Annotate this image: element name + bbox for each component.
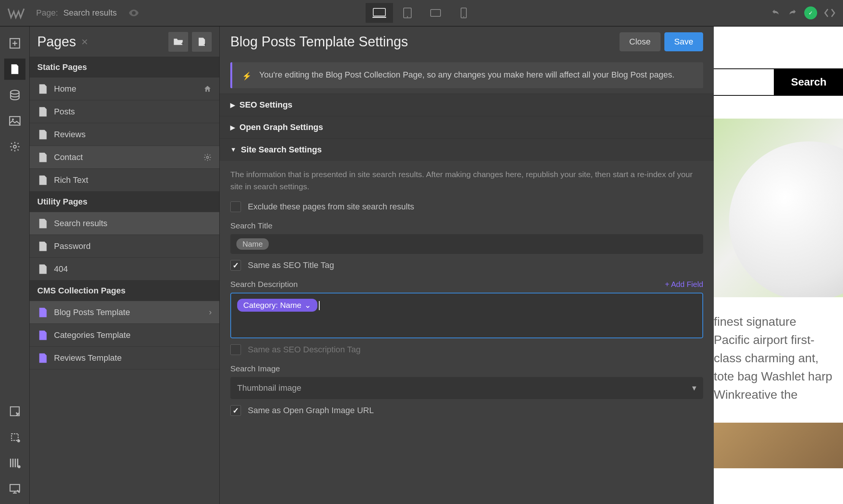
site-search-toggle[interactable]: ▼Site Search Settings <box>220 138 714 161</box>
same-seo-title-label: Same as SEO Title Tag <box>248 260 334 270</box>
add-element-button[interactable] <box>4 33 25 54</box>
page-icon <box>39 218 47 229</box>
svg-point-6 <box>463 16 464 17</box>
canvas-preview: Search finest signature Pacific airport … <box>714 27 843 504</box>
search-image-select[interactable]: Thumbnail image ▾ <box>230 377 703 399</box>
new-folder-button[interactable]: + <box>168 32 188 52</box>
audit-button[interactable] <box>4 452 25 474</box>
preview-eye-button[interactable] <box>128 7 139 19</box>
svg-point-14 <box>17 439 20 442</box>
page-icon <box>39 152 47 163</box>
guides-button[interactable] <box>4 426 25 448</box>
tablet-device-button[interactable] <box>394 3 421 23</box>
page-item-richtext[interactable]: Rich Text <box>30 169 219 192</box>
pages-nav-button[interactable] <box>4 59 25 80</box>
preview-search-button[interactable]: Search <box>775 68 843 96</box>
cms-page-icon <box>39 353 47 363</box>
page-item-posts[interactable]: Posts <box>30 100 219 123</box>
undo-button[interactable] <box>771 8 781 18</box>
chevron-right-icon: › <box>209 307 212 317</box>
code-button[interactable] <box>824 8 835 18</box>
status-ok-icon[interactable]: ✓ <box>804 6 817 19</box>
page-icon <box>39 84 47 94</box>
cms-nav-button[interactable] <box>4 84 25 106</box>
page-item-blog-posts-template[interactable]: Blog Posts Template› <box>30 301 219 324</box>
navigator-button[interactable] <box>4 401 25 422</box>
search-desc-label-row: Search Description + Add Field <box>230 280 703 289</box>
page-icon <box>39 129 47 140</box>
pages-title: Pages <box>37 34 76 50</box>
svg-point-11 <box>13 145 16 148</box>
page-item-reviews[interactable]: Reviews <box>30 123 219 146</box>
close-button[interactable]: Close <box>620 32 661 51</box>
assets-nav-button[interactable] <box>4 110 25 132</box>
settings-header: Blog Posts Template Settings Close Save <box>220 27 714 57</box>
settings-nav-button[interactable] <box>4 136 25 157</box>
page-item-home[interactable]: Home <box>30 78 219 100</box>
pages-panel: Pages × + + Static Pages Home Posts Revi… <box>30 27 220 504</box>
breadcrumb-label: Page: <box>36 8 58 17</box>
svg-rect-4 <box>431 10 441 16</box>
caret-down-icon: ▼ <box>230 146 236 153</box>
same-seo-title-checkbox[interactable] <box>230 260 241 271</box>
redo-button[interactable] <box>788 8 797 18</box>
same-og-image-checkbox[interactable] <box>230 405 241 416</box>
backup-button[interactable] <box>4 478 25 499</box>
svg-point-15 <box>17 465 21 468</box>
svg-rect-13 <box>11 434 18 441</box>
desktop-device-button[interactable] <box>366 3 393 23</box>
og-settings-toggle[interactable]: ▶Open Graph Settings <box>220 116 714 138</box>
page-label: Search results <box>54 219 108 228</box>
device-switcher <box>366 3 477 23</box>
page-icon <box>39 106 47 117</box>
caret-right-icon: ▶ <box>230 101 235 109</box>
page-label: Categories Template <box>54 330 130 340</box>
field-pill-name[interactable]: Name <box>236 238 269 250</box>
field-pill-category-name[interactable]: Category: Name⌄ <box>237 299 317 312</box>
exclude-checkbox-row[interactable]: Exclude these pages from site search res… <box>230 201 703 212</box>
cms-page-icon <box>39 307 47 318</box>
seo-settings-toggle[interactable]: ▶SEO Settings <box>220 94 714 116</box>
page-label: Posts <box>54 107 75 117</box>
same-seo-title-row[interactable]: Same as SEO Title Tag <box>230 260 703 271</box>
exclude-checkbox[interactable] <box>230 201 241 212</box>
page-icon <box>39 241 47 252</box>
preview-search-row: Search <box>714 68 843 96</box>
same-seo-desc-row[interactable]: Same as SEO Description Tag <box>230 344 703 355</box>
chevron-down-icon: ⌄ <box>304 301 311 310</box>
page-item-categories-template[interactable]: Categories Template <box>30 324 219 347</box>
page-label: 404 <box>54 264 68 274</box>
search-title-input[interactable]: Name <box>230 234 703 254</box>
page-item-reviews-template[interactable]: Reviews Template <box>30 347 219 369</box>
svg-rect-1 <box>372 17 386 18</box>
save-button[interactable]: Save <box>664 32 703 51</box>
same-og-image-label: Same as Open Graph Image URL <box>248 406 374 415</box>
add-field-link[interactable]: + Add Field <box>665 280 703 289</box>
svg-text:+: + <box>204 41 206 46</box>
page-item-password[interactable]: Password <box>30 235 219 258</box>
mobile-device-button[interactable] <box>450 3 477 23</box>
search-desc-input[interactable]: Category: Name⌄ <box>230 293 703 338</box>
page-label: Reviews Template <box>54 353 122 363</box>
close-panel-icon[interactable]: × <box>81 35 88 48</box>
page-item-404[interactable]: 404 <box>30 258 219 281</box>
caret-right-icon: ▶ <box>230 124 235 131</box>
same-og-image-row[interactable]: Same as Open Graph Image URL <box>230 405 703 416</box>
info-banner: ⚡ You're editing the Blog Post Collectio… <box>230 62 703 88</box>
text-cursor <box>319 301 320 310</box>
svg-point-8 <box>10 90 19 94</box>
page-item-search-results[interactable]: Search results <box>30 212 219 235</box>
chevron-down-icon: ▾ <box>692 383 696 393</box>
banner-text: You're editing the Blog Post Collection … <box>259 70 675 80</box>
preview-body-text: finest signature Pacific airport first-c… <box>714 312 843 404</box>
page-label: Contact <box>54 152 83 162</box>
home-icon <box>203 85 212 93</box>
tablet-landscape-button[interactable] <box>422 3 449 23</box>
same-seo-desc-checkbox[interactable] <box>230 344 241 355</box>
page-item-contact[interactable]: Contact <box>30 146 219 169</box>
gear-icon[interactable] <box>203 153 212 162</box>
new-page-button[interactable]: + <box>192 32 212 52</box>
svg-text:+: + <box>181 40 184 46</box>
same-seo-desc-label: Same as SEO Description Tag <box>248 345 361 355</box>
preview-search-input[interactable] <box>714 68 775 96</box>
